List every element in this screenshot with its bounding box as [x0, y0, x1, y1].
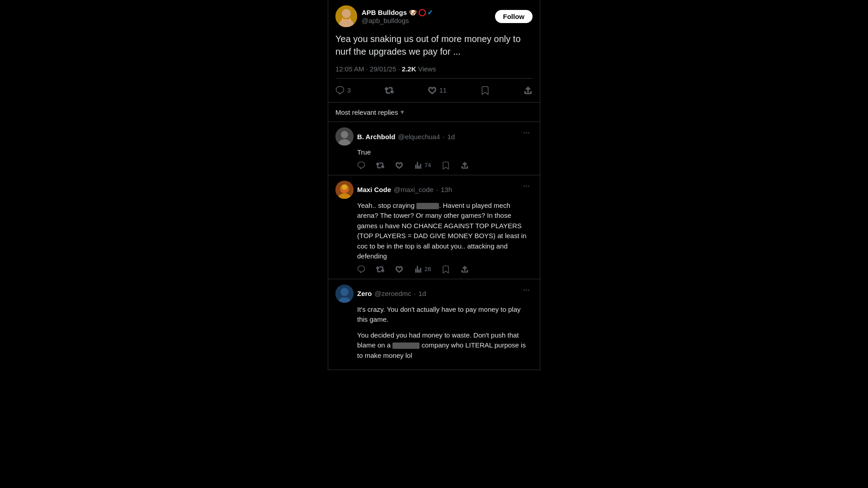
censored-text: [416, 203, 439, 209]
bookmark-icon: [442, 161, 450, 169]
reply-like-action[interactable]: [395, 265, 403, 273]
reply-header: Zero @zeroedmc · 1d ···: [335, 285, 533, 303]
reply-actions: 74: [357, 161, 533, 169]
more-options-button[interactable]: ···: [520, 127, 533, 137]
reply-comment-action[interactable]: [357, 161, 365, 169]
author-name: APB Bulldogs: [362, 9, 407, 16]
reply-views-action[interactable]: 28: [414, 265, 431, 273]
like-icon: [428, 86, 437, 95]
bookmark-icon: [481, 86, 490, 95]
check-badge: ✓: [427, 9, 433, 17]
display-name: APB Bulldogs 🐶 ✓: [362, 9, 433, 17]
reply-share-action[interactable]: [461, 265, 469, 273]
like-action[interactable]: 11: [428, 86, 447, 95]
views-label: Views: [418, 65, 436, 73]
svg-rect-3: [342, 18, 344, 22]
share-icon: [524, 86, 533, 95]
user-info: APB Bulldogs 🐶 ✓ @apb_bulldogs: [362, 9, 433, 24]
reply-content-p2: You decided you had money to waste. Don'…: [357, 330, 533, 361]
tweet-header-left: APB Bulldogs 🐶 ✓ @apb_bulldogs: [335, 5, 433, 27]
reply-header: Maxi Code @maxi_code · 13h ···: [335, 181, 533, 199]
views-icon: [414, 161, 422, 169]
views-icon: [414, 265, 422, 273]
tweet-container: APB Bulldogs 🐶 ✓ @apb_bulldogs Follow Ye…: [328, 0, 540, 370]
share-action[interactable]: [524, 86, 533, 95]
retweet-icon: [385, 86, 394, 95]
comment-icon: [357, 161, 365, 169]
reply-retweet-action[interactable]: [376, 265, 384, 273]
reply-item: Maxi Code @maxi_code · 13h ··· Yeah.. st…: [328, 175, 540, 279]
reply-comment-action[interactable]: [357, 265, 365, 273]
reply-bookmark-action[interactable]: [442, 161, 450, 169]
reply-dot: ·: [436, 186, 438, 193]
reply-time: 1d: [419, 290, 426, 297]
censored-text: [392, 343, 420, 349]
like-icon: [395, 161, 403, 169]
comment-count: 3: [347, 87, 351, 94]
follow-button[interactable]: Follow: [495, 10, 533, 23]
reply-user-line: B. Archbold @elquechua4 · 1d: [357, 133, 455, 141]
reply-views-count: 28: [425, 266, 431, 272]
svg-point-6: [341, 131, 348, 138]
reply-time: 13h: [441, 186, 452, 193]
reply-display-name: B. Archbold: [357, 133, 395, 141]
reply-retweet-action[interactable]: [376, 161, 384, 169]
svg-rect-4: [349, 18, 351, 22]
retweet-action[interactable]: [385, 86, 394, 95]
more-options-button[interactable]: ···: [520, 181, 533, 191]
comment-icon: [335, 86, 344, 95]
tweet-timestamp: 12:05 AM · 29/01/25: [335, 65, 396, 73]
svg-point-13: [340, 288, 349, 296]
tweet-actions: 3 11: [335, 84, 533, 97]
badges: 🐶 ✓: [409, 9, 433, 17]
reply-header-left: Zero @zeroedmc · 1d: [335, 285, 426, 303]
replies-filter-label: Most relevant replies: [335, 108, 398, 116]
reply-dot: ·: [443, 133, 444, 141]
chevron-down-icon: ▾: [401, 108, 404, 116]
like-count: 11: [439, 87, 447, 94]
more-options-button[interactable]: ···: [520, 285, 533, 295]
comment-action[interactable]: 3: [335, 86, 351, 95]
reply-username: @maxi_code: [394, 186, 434, 193]
svg-point-11: [342, 184, 347, 190]
username: @apb_bulldogs: [362, 17, 433, 24]
reply-dot: ·: [414, 290, 416, 297]
retweet-icon: [376, 265, 384, 273]
reply-like-action[interactable]: [395, 161, 403, 169]
reply-display-name: Maxi Code: [357, 186, 391, 193]
reply-content: True: [357, 147, 533, 158]
circle-badge: [419, 9, 426, 16]
reply-user-line: Maxi Code @maxi_code · 13h: [357, 186, 452, 193]
avatar[interactable]: [335, 5, 357, 27]
reply-header-left: Maxi Code @maxi_code · 13h: [335, 181, 452, 199]
reply-actions: 28: [357, 265, 533, 273]
retweet-icon: [376, 161, 384, 169]
reply-display-name: Zero: [357, 290, 372, 297]
reply-username: @zeroedmc: [375, 290, 411, 297]
dog-badge: 🐶: [409, 9, 417, 17]
reply-username: @elquechua4: [398, 133, 440, 141]
reply-content: It's crazy. You don't actually have to p…: [357, 305, 533, 361]
reply-item: B. Archbold @elquechua4 · 1d ··· True: [328, 122, 540, 175]
views-count: 2.2K: [402, 65, 416, 73]
separator: ·: [398, 65, 401, 73]
svg-point-1: [342, 9, 351, 18]
tweet-header: APB Bulldogs 🐶 ✓ @apb_bulldogs Follow: [335, 5, 533, 27]
reply-header: B. Archbold @elquechua4 · 1d ···: [335, 127, 533, 145]
avatar[interactable]: [335, 285, 354, 303]
reply-bookmark-action[interactable]: [442, 265, 450, 273]
avatar[interactable]: [335, 181, 354, 199]
tweet-meta: 12:05 AM · 29/01/25 · 2.2K Views: [335, 65, 533, 79]
like-icon: [395, 265, 403, 273]
reply-views-action[interactable]: 74: [414, 161, 431, 169]
avatar[interactable]: [335, 127, 354, 145]
replies-filter[interactable]: Most relevant replies ▾: [328, 103, 540, 122]
reply-share-action[interactable]: [461, 161, 469, 169]
main-tweet: APB Bulldogs 🐶 ✓ @apb_bulldogs Follow Ye…: [328, 0, 540, 103]
reply-user-line: Zero @zeroedmc · 1d: [357, 290, 426, 297]
comment-icon: [357, 265, 365, 273]
share-icon: [461, 161, 469, 169]
reply-header-left: B. Archbold @elquechua4 · 1d: [335, 127, 455, 145]
share-icon: [461, 265, 469, 273]
bookmark-action[interactable]: [481, 86, 490, 95]
